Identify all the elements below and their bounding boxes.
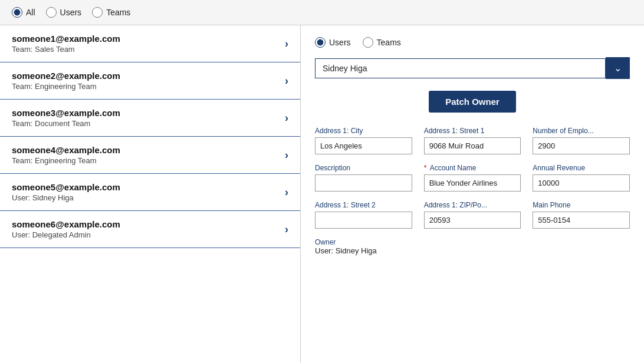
radio-teams[interactable] bbox=[92, 7, 103, 18]
left-panel: someone1@example.com Team: Sales Team › … bbox=[0, 25, 301, 363]
field-label: * Account Name bbox=[424, 164, 521, 172]
right-radio-label-teams[interactable]: Teams bbox=[363, 37, 401, 48]
radio-users[interactable] bbox=[46, 7, 57, 18]
list-item-text: someone6@example.com User: Delegated Adm… bbox=[12, 219, 120, 239]
chevron-right-icon: › bbox=[285, 149, 288, 161]
radio-label-users[interactable]: Users bbox=[46, 7, 82, 18]
field-label: Main Phone bbox=[533, 201, 630, 209]
form-field: Main Phone bbox=[533, 201, 630, 229]
list-item-text: someone2@example.com Team: Engineering T… bbox=[12, 71, 120, 91]
list-item-email: someone6@example.com bbox=[12, 219, 120, 229]
list-item[interactable]: someone3@example.com Team: Document Team… bbox=[0, 100, 300, 137]
list-item-text: someone1@example.com Team: Sales Team bbox=[12, 34, 120, 54]
list-item-sub: Team: Engineering Team bbox=[12, 156, 120, 165]
form-fields-grid: Address 1: CityAddress 1: Street 1Number… bbox=[315, 127, 630, 229]
form-field: Annual Revenue bbox=[533, 164, 630, 192]
field-input[interactable] bbox=[315, 174, 412, 192]
form-field: Address 1: ZIP/Po... bbox=[424, 201, 521, 229]
form-field: Number of Emplo... bbox=[533, 127, 630, 154]
list-item-sub: User: Delegated Admin bbox=[12, 230, 120, 239]
owner-dropdown-input[interactable] bbox=[315, 58, 606, 78]
chevron-right-icon: › bbox=[285, 112, 288, 124]
field-label: Address 1: Street 2 bbox=[315, 201, 412, 209]
list-item-sub: Team: Sales Team bbox=[12, 45, 120, 54]
list-item[interactable]: someone1@example.com Team: Sales Team › bbox=[0, 25, 300, 62]
top-radio-group: All Users Teams bbox=[12, 7, 130, 18]
chevron-right-icon: › bbox=[285, 38, 288, 50]
right-panel: Users Teams ⌄ Patch Owner Address 1: Cit… bbox=[301, 25, 644, 363]
radio-users-label: Users bbox=[60, 8, 82, 17]
right-radio-teams-label: Teams bbox=[377, 38, 401, 47]
form-field: Address 1: City bbox=[315, 127, 412, 154]
field-input[interactable] bbox=[533, 212, 630, 229]
field-label: Number of Emplo... bbox=[533, 127, 630, 135]
form-field: Address 1: Street 2 bbox=[315, 201, 412, 229]
form-field: Address 1: Street 1 bbox=[424, 127, 521, 154]
field-input[interactable] bbox=[315, 212, 412, 229]
radio-label-teams[interactable]: Teams bbox=[92, 7, 130, 18]
patch-owner-button[interactable]: Patch Owner bbox=[429, 91, 516, 113]
list-item-sub: Team: Engineering Team bbox=[12, 82, 120, 91]
field-input[interactable] bbox=[533, 137, 630, 154]
list-item-text: someone4@example.com Team: Engineering T… bbox=[12, 145, 120, 165]
list-item[interactable]: someone2@example.com Team: Engineering T… bbox=[0, 62, 300, 100]
required-star: * bbox=[424, 164, 429, 172]
top-filter-bar: All Users Teams bbox=[0, 0, 644, 25]
chevron-right-icon: › bbox=[285, 186, 288, 199]
list-item-text: someone3@example.com Team: Document Team bbox=[12, 108, 120, 128]
right-radio-group: Users Teams bbox=[315, 37, 630, 48]
list-item-email: someone1@example.com bbox=[12, 34, 120, 44]
radio-all[interactable] bbox=[12, 7, 22, 18]
field-input[interactable] bbox=[315, 137, 412, 154]
right-radio-label-users[interactable]: Users bbox=[315, 37, 351, 48]
list-item-email: someone4@example.com bbox=[12, 145, 120, 155]
radio-all-label: All bbox=[26, 8, 35, 17]
list-item-email: someone5@example.com bbox=[12, 182, 120, 192]
form-field: * Account Name bbox=[424, 164, 521, 192]
chevron-right-icon: › bbox=[285, 75, 288, 87]
field-label: Annual Revenue bbox=[533, 164, 630, 172]
field-label: Address 1: Street 1 bbox=[424, 127, 521, 135]
field-input[interactable] bbox=[533, 174, 630, 192]
field-input[interactable] bbox=[424, 137, 521, 154]
right-radio-users-label: Users bbox=[329, 38, 351, 47]
content-area: someone1@example.com Team: Sales Team › … bbox=[0, 25, 644, 363]
list-item-text: someone5@example.com User: Sidney Higa bbox=[12, 182, 120, 202]
chevron-right-icon: › bbox=[285, 223, 288, 236]
right-radio-users[interactable] bbox=[315, 37, 326, 48]
owner-value: User: Sidney Higa bbox=[315, 246, 630, 255]
list-item[interactable]: someone5@example.com User: Sidney Higa › bbox=[0, 174, 300, 211]
field-label: Address 1: ZIP/Po... bbox=[424, 201, 521, 209]
dropdown-chevron-button[interactable]: ⌄ bbox=[606, 57, 630, 79]
list-item[interactable]: someone6@example.com User: Delegated Adm… bbox=[0, 211, 300, 248]
list-item-sub: Team: Document Team bbox=[12, 119, 120, 128]
field-input[interactable] bbox=[424, 174, 521, 192]
list-item-email: someone3@example.com bbox=[12, 108, 120, 118]
dropdown-container: ⌄ bbox=[315, 57, 630, 79]
field-label: Description bbox=[315, 164, 412, 172]
right-radio-teams[interactable] bbox=[363, 37, 373, 48]
radio-teams-label: Teams bbox=[106, 8, 130, 17]
list-item-email: someone2@example.com bbox=[12, 71, 120, 81]
owner-section: Owner User: Sidney Higa bbox=[315, 238, 630, 255]
list-item[interactable]: someone4@example.com Team: Engineering T… bbox=[0, 137, 300, 174]
form-field: Description bbox=[315, 164, 412, 192]
owner-label: Owner bbox=[315, 238, 630, 246]
chevron-down-icon: ⌄ bbox=[614, 62, 622, 74]
field-input[interactable] bbox=[424, 212, 521, 229]
radio-label-all[interactable]: All bbox=[12, 7, 35, 18]
list-item-sub: User: Sidney Higa bbox=[12, 193, 120, 202]
field-label: Address 1: City bbox=[315, 127, 412, 135]
main-container: All Users Teams someone1@example.com Tea… bbox=[0, 0, 644, 363]
